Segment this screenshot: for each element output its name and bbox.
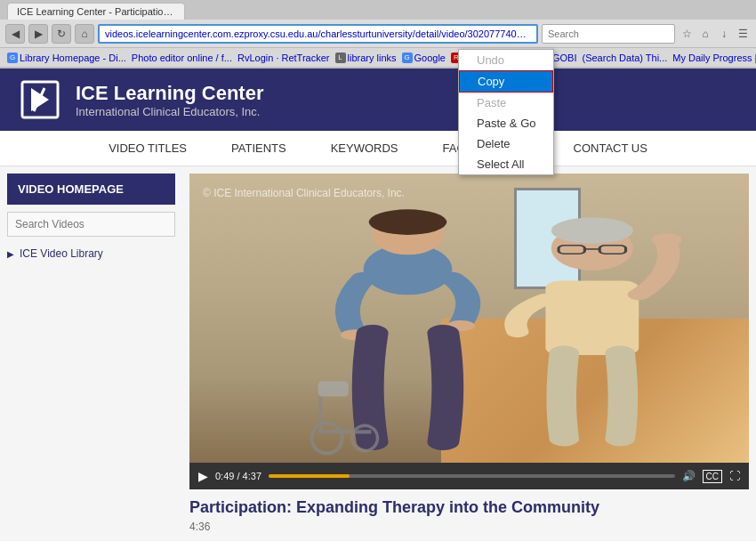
logo-icon (18, 77, 62, 122)
address-bar[interactable]: videos.icelearningcenter.com.ezproxy.csu… (98, 24, 538, 44)
context-menu-select-all[interactable]: Select All (459, 154, 553, 174)
website: ICE Learning Center International Clinic… (0, 69, 756, 540)
time-display: 0:49 / 4:37 (215, 471, 261, 481)
chevron-icon: ▶ (7, 249, 14, 259)
context-menu-paste: Paste (459, 93, 553, 113)
current-time: 0:49 (215, 471, 234, 481)
video-container: © ICE International Clinical Educators, … (189, 174, 749, 489)
progress-bar[interactable] (269, 474, 675, 478)
cc-button[interactable]: CC (703, 470, 722, 483)
browser-chrome: ICE Learning Center - Participation: Exp… (0, 0, 756, 69)
home-icon[interactable]: ⌂ (697, 26, 713, 42)
home-button[interactable]: ⌂ (75, 24, 94, 44)
menu-icon[interactable]: ☰ (735, 26, 751, 42)
video-watermark: © ICE International Clinical Educators, … (203, 187, 405, 199)
search-videos-input[interactable] (7, 212, 175, 237)
forward-button[interactable]: ▶ (28, 24, 48, 44)
progress-fill (269, 474, 350, 478)
bookmark-rvlogin[interactable]: RvLogin · RetTracker (237, 52, 330, 63)
sidebar: VIDEO HOMEPAGE ▶ ICE Video Library (0, 166, 182, 540)
video-controls: ▶ 0:49 / 4:37 🔊 CC ⛶ (189, 463, 749, 489)
address-text: videos.icelearningcenter.com.ezproxy.csu… (105, 28, 531, 39)
video-area: © ICE International Clinical Educators, … (182, 166, 756, 540)
main-content: VIDEO HOMEPAGE ▶ ICE Video Library (0, 166, 756, 540)
bookmark-gobi[interactable]: GOBI (552, 52, 577, 63)
bookmark-google[interactable]: G Google (402, 52, 446, 63)
sidebar-link-label: ICE Video Library (20, 247, 103, 260)
nav-video-titles[interactable]: VIDEO TITLES (109, 141, 187, 155)
back-button[interactable]: ◀ (5, 24, 25, 44)
nav-patients[interactable]: PATIENTS (231, 141, 286, 155)
site-nav: VIDEO TITLES PATIENTS KEYWORDS FACULTY Z… (0, 131, 756, 166)
search-input[interactable] (548, 28, 669, 39)
bookmark-daily[interactable]: My Daily Progress | Ge... (672, 52, 756, 63)
site-name: ICE Learning Center (76, 82, 263, 105)
nav-keywords[interactable]: KEYWORDS (331, 141, 398, 155)
sidebar-header: VIDEO HOMEPAGE (7, 174, 175, 205)
star-icon[interactable]: ☆ (679, 26, 695, 42)
site-subtitle: International Clinical Educators, Inc. (76, 105, 263, 118)
sidebar-ice-library[interactable]: ▶ ICE Video Library (7, 244, 175, 263)
browser-tabs: ICE Learning Center - Participation: Exp… (0, 0, 756, 20)
time-separator: / (237, 471, 239, 481)
fullscreen-button[interactable]: ⛶ (729, 470, 740, 482)
svg-rect-8 (545, 281, 639, 356)
site-header: ICE Learning Center International Clinic… (0, 69, 756, 131)
bookmarks-bar: G Library Homepage - Di... Photo editor … (0, 48, 756, 68)
search-bar[interactable] (542, 24, 675, 44)
logo-text: ICE Learning Center International Clinic… (76, 82, 263, 118)
video-duration: 4:36 (189, 521, 749, 533)
toolbar-icons: ☆ ⌂ ↓ ☰ (679, 26, 751, 42)
download-icon[interactable]: ↓ (716, 26, 732, 42)
browser-toolbar: ◀ ▶ ↻ ⌂ videos.icelearningcenter.com.ezp… (0, 20, 756, 48)
bookmark-photo[interactable]: Photo editor online / f... (132, 52, 232, 63)
context-menu-undo[interactable]: Undo (459, 50, 553, 70)
context-menu-delete[interactable]: Delete (459, 133, 553, 154)
active-tab[interactable]: ICE Learning Center - Participation: Exp… (7, 3, 185, 20)
context-menu-paste-go[interactable]: Paste & Go (459, 113, 553, 133)
context-menu[interactable]: Undo Copy Paste Paste & Go Delete Select… (458, 49, 554, 175)
svg-point-10 (551, 218, 633, 244)
svg-rect-17 (318, 381, 349, 396)
svg-point-16 (352, 425, 377, 450)
video-placeholder: © ICE International Clinical Educators, … (189, 174, 749, 463)
bookmark-search[interactable]: (Search Data) Thi... (583, 52, 668, 63)
video-title: Participation: Expanding Therapy into th… (189, 498, 749, 517)
svg-point-14 (652, 233, 682, 246)
context-menu-copy[interactable]: Copy (459, 70, 553, 93)
total-duration: 4:37 (243, 471, 261, 481)
svg-point-15 (312, 423, 342, 453)
nav-contact-us[interactable]: CONTACT US (574, 141, 647, 155)
bookmark-library-links[interactable]: L library links (335, 52, 397, 63)
refresh-button[interactable]: ↻ (52, 24, 71, 44)
volume-icon[interactable]: 🔊 (682, 470, 696, 482)
play-button[interactable]: ▶ (198, 469, 208, 483)
bookmark-library[interactable]: G Library Homepage - Di... (7, 52, 126, 63)
svg-point-5 (368, 209, 446, 235)
video-scene: © ICE International Clinical Educators, … (189, 174, 749, 463)
